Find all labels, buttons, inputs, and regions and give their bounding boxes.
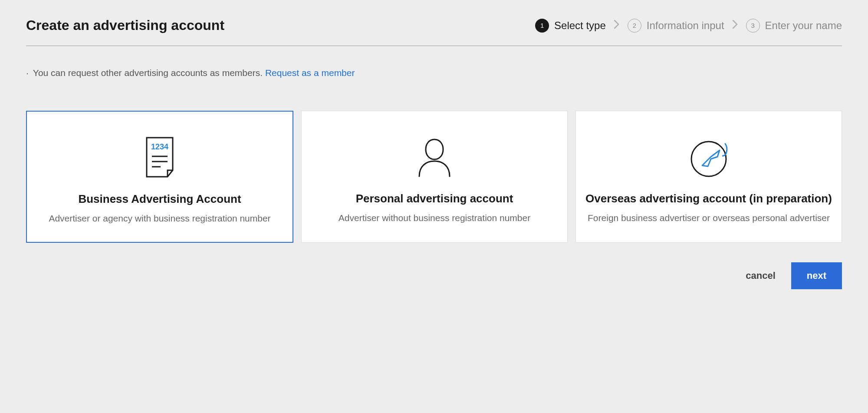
chevron-right-icon: [732, 20, 738, 32]
cancel-button[interactable]: cancel: [746, 270, 776, 281]
card-business[interactable]: 1234 Business Advertising Account Advert…: [26, 111, 293, 243]
step-3-circle: 3: [746, 19, 760, 33]
stepper: 1 Select type 2 Information input 3 Ente…: [535, 19, 842, 33]
step-2: 2 Information input: [628, 19, 724, 33]
cards-row: 1234 Business Advertising Account Advert…: [26, 111, 842, 243]
person-icon: [413, 135, 456, 178]
step-1-label: Select type: [554, 20, 606, 32]
globe-plane-icon: [687, 135, 730, 178]
step-3: 3 Enter your name: [746, 19, 842, 33]
header-row: Create an advertising account 1 Select t…: [26, 17, 842, 46]
next-button[interactable]: next: [791, 262, 842, 289]
card-title: Overseas advertising account (in prepara…: [585, 192, 832, 206]
card-title: Personal advertising account: [356, 192, 513, 206]
step-2-label: Information input: [647, 20, 724, 32]
step-1: 1 Select type: [535, 19, 606, 33]
document-icon: 1234: [142, 135, 177, 179]
card-desc: Advertiser or agency with business regis…: [49, 212, 270, 225]
step-1-circle: 1: [535, 19, 549, 33]
step-2-circle: 2: [628, 19, 641, 33]
page-title: Create an advertising account: [26, 17, 224, 33]
info-text-content: You can request other advertising accoun…: [33, 68, 263, 78]
svg-text:1234: 1234: [151, 142, 168, 151]
card-title: Business Advertising Account: [78, 192, 241, 207]
info-row: · You can request other advertising acco…: [26, 68, 842, 78]
card-desc: Advertiser without business registration…: [339, 211, 530, 224]
card-overseas[interactable]: Overseas advertising account (in prepara…: [575, 111, 842, 243]
card-personal[interactable]: Personal advertising account Advertiser …: [301, 111, 568, 243]
bullet-icon: ·: [26, 68, 29, 78]
info-text: You can request other advertising accoun…: [33, 68, 355, 78]
chevron-right-icon: [614, 20, 620, 32]
card-desc: Foreign business advertiser or overseas …: [588, 211, 830, 224]
request-member-link[interactable]: Request as a member: [265, 68, 355, 78]
step-3-label: Enter your name: [765, 20, 842, 32]
actions-row: cancel next: [26, 262, 842, 289]
